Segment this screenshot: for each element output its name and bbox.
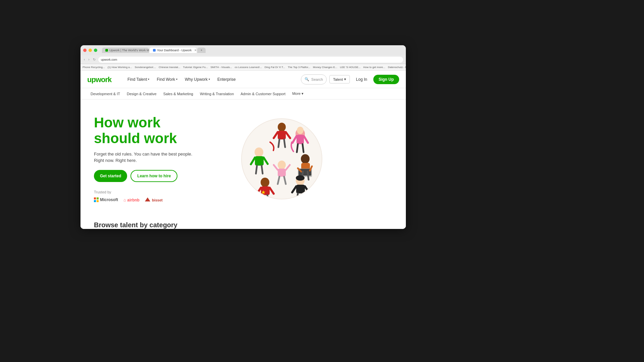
tab-upwork-world[interactable]: Upwork | The World's Work M... ✕ <box>102 48 149 53</box>
bookmark-6[interactable]: SMITH - Visuals... <box>211 66 232 69</box>
nav-right: 🔍 Search Talent ▾ Log In Sign Up <box>301 74 399 84</box>
trusted-by-label: Trusted by <box>94 190 235 194</box>
bookmarks-bar: Phone Recycling... (1) How Working a... … <box>80 64 406 71</box>
bookmark-3[interactable]: Sonderangebot:... <box>135 66 156 69</box>
hero-illustration: ★ <box>235 112 329 206</box>
svg-line-21 <box>262 166 263 174</box>
signup-button[interactable]: Sign Up <box>373 75 399 84</box>
forward-button[interactable]: › <box>88 58 90 61</box>
svg-rect-5 <box>297 135 304 144</box>
refresh-button[interactable]: ↻ <box>92 58 96 61</box>
bookmark-11[interactable]: LEE 'S HOUSE... <box>340 66 361 69</box>
search-box[interactable]: 🔍 Search <box>301 74 327 84</box>
bookmark-4[interactable]: Chinese translat... <box>159 66 180 69</box>
browser-window: Upwork | The World's Work M... ✕ Your Da… <box>80 45 406 229</box>
address-field[interactable]: upwork.com <box>98 57 403 63</box>
svg-point-37 <box>261 178 269 187</box>
search-icon: 🔍 <box>305 77 309 81</box>
bookmark-5[interactable]: Tutorial: Eigene Fo... <box>183 66 208 69</box>
ms-green <box>97 197 99 199</box>
minimize-button[interactable] <box>89 49 92 52</box>
tab-new[interactable]: + <box>197 48 206 53</box>
nav-links: Find Talent ▾ Find Work ▾ Why Upwork ▾ E… <box>124 75 301 84</box>
tab-label-2: Your Dashboard - Upwork <box>157 49 192 52</box>
bookmark-8[interactable]: Ding Fal Di Yi T... <box>265 66 285 69</box>
cat-development-it[interactable]: Development & IT <box>87 90 123 98</box>
cat-sales-marketing[interactable]: Sales & Marketing <box>160 90 197 98</box>
microsoft-logo: Microsoft <box>94 197 118 202</box>
nav-find-talent[interactable]: Find Talent ▾ <box>124 75 153 84</box>
hero-buttons: Get started Learn how to hire <box>94 170 235 182</box>
svg-text:upwork: upwork <box>87 75 112 83</box>
talent-dropdown[interactable]: Talent ▾ <box>329 75 350 83</box>
bookmark-10[interactable]: Money Changes E... <box>313 66 337 69</box>
browser-titlebar: Upwork | The World's Work M... ✕ Your Da… <box>80 45 406 55</box>
svg-line-9 <box>303 144 304 152</box>
browser-tabs: Upwork | The World's Work M... ✕ Your Da… <box>102 48 403 53</box>
svg-point-31 <box>296 175 305 181</box>
airbnb-logo: ⌂ airbnb <box>123 197 140 202</box>
svg-point-44 <box>278 161 286 169</box>
browse-title: Browse talent by category <box>94 221 392 229</box>
tab-favicon-2 <box>153 49 156 52</box>
why-upwork-chevron: ▾ <box>209 78 210 81</box>
bookmark-13[interactable]: Datenschutz - Re... <box>388 66 406 69</box>
svg-line-36 <box>303 193 304 201</box>
trusted-logos: Microsoft ⌂ airbnb bisset <box>94 197 235 202</box>
hero-left: How work should work Forget the old rule… <box>94 115 235 202</box>
hero-title: How work should work <box>94 115 235 146</box>
svg-rect-32 <box>296 185 305 193</box>
bookmark-12[interactable]: How to get more... <box>363 66 385 69</box>
airbnb-icon: ⌂ <box>123 197 126 202</box>
maximize-button[interactable] <box>94 49 97 52</box>
cat-admin-support[interactable]: Admin & Customer Support <box>237 90 289 98</box>
tab-dashboard[interactable]: Your Dashboard - Upwork ✕ <box>150 48 197 53</box>
site-navigation: upwork Find Talent ▾ Find Work ▾ Why Upw… <box>80 71 406 88</box>
bisset-text: bisset <box>152 198 163 202</box>
address-text: upwork.com <box>101 58 117 61</box>
back-button[interactable]: ‹ <box>83 58 86 61</box>
hero-illustration-svg: ★ <box>238 115 325 202</box>
cat-writing-translation[interactable]: Writing & Translation <box>197 90 237 98</box>
close-button[interactable] <box>83 49 87 52</box>
svg-point-10 <box>278 123 286 131</box>
bisset-triangle-icon <box>145 197 150 201</box>
svg-line-15 <box>284 139 285 147</box>
hero-subtitle: Forget the old rules. You can have the b… <box>94 151 235 164</box>
nav-enterprise[interactable]: Enterprise <box>214 75 239 84</box>
get-started-button[interactable]: Get started <box>94 170 127 182</box>
tab-close-2[interactable]: ✕ <box>194 49 197 52</box>
svg-line-35 <box>297 193 298 201</box>
cat-more[interactable]: More ▾ <box>289 89 307 98</box>
svg-line-20 <box>256 166 257 174</box>
tab-favicon-1 <box>105 49 108 52</box>
bookmark-9[interactable]: The Top 3 Platfor... <box>288 66 310 69</box>
cat-design-creative[interactable]: Design & Creative <box>123 90 160 98</box>
upwork-logo[interactable]: upwork <box>87 75 117 83</box>
tab-label-1: Upwork | The World's Work M... <box>109 49 149 52</box>
svg-point-4 <box>297 127 304 134</box>
microsoft-text: Microsoft <box>100 197 118 202</box>
hero-section: How work should work Forget the old rule… <box>80 100 406 218</box>
ms-blue <box>94 200 96 202</box>
bookmark-1[interactable]: Phone Recycling... <box>83 66 105 69</box>
category-navigation: Development & IT Design & Creative Sales… <box>80 88 406 100</box>
talent-label: Talent <box>333 77 343 81</box>
login-button[interactable]: Log In <box>353 75 370 83</box>
talent-chevron: ▾ <box>344 77 346 81</box>
svg-text:★: ★ <box>261 189 266 195</box>
bookmark-2[interactable]: (1) How Working a... <box>108 66 132 69</box>
learn-how-button[interactable]: Learn how to hire <box>130 170 177 182</box>
nav-find-work[interactable]: Find Work ▾ <box>153 75 180 84</box>
svg-rect-17 <box>255 156 264 166</box>
tab-label-new: + <box>201 49 202 52</box>
bisset-logo: bisset <box>145 197 163 202</box>
svg-line-42 <box>262 195 263 202</box>
bookmark-7[interactable]: co Lessons Learned!... <box>235 66 262 69</box>
svg-line-8 <box>297 144 298 152</box>
svg-line-14 <box>278 139 279 147</box>
website-content: upwork Find Talent ▾ Find Work ▾ Why Upw… <box>80 71 406 229</box>
nav-why-upwork[interactable]: Why Upwork ▾ <box>181 75 213 84</box>
find-work-chevron: ▾ <box>176 78 177 81</box>
more-chevron: ▾ <box>302 92 304 96</box>
